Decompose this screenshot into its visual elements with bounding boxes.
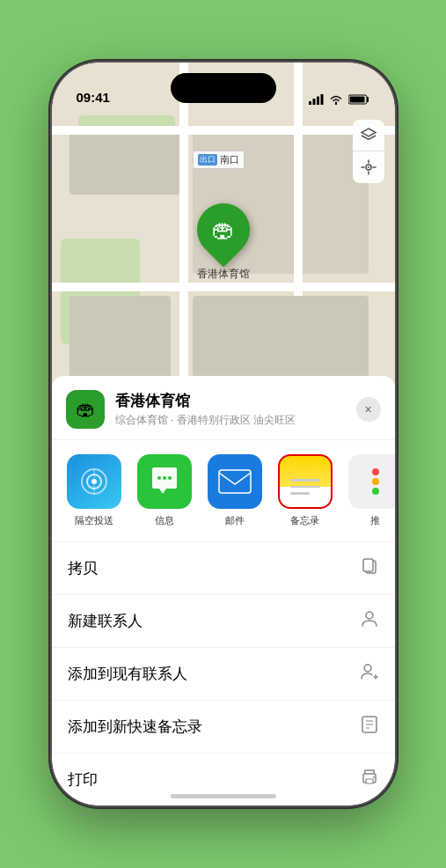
location-info: 香港体育馆 综合体育馆 · 香港特别行政区 油尖旺区 xyxy=(115,391,356,428)
compass-icon xyxy=(361,159,377,175)
more-dot-yellow xyxy=(372,478,379,485)
stadium-pin: 🏟 xyxy=(186,193,260,268)
action-list: 拷贝 新建联系人 xyxy=(52,542,395,805)
map-nankou-label: 出口 南口 xyxy=(193,151,245,169)
svg-point-7 xyxy=(368,166,369,168)
action-add-notes-label: 添加到新快速备忘录 xyxy=(68,717,202,737)
battery-icon xyxy=(348,94,370,105)
wifi-icon xyxy=(329,94,343,105)
share-row: 隔空投送 信息 xyxy=(52,440,395,542)
svg-point-11 xyxy=(157,476,161,480)
map-layer-button[interactable] xyxy=(353,120,384,151)
airdrop-icon xyxy=(67,454,121,509)
share-item-airdrop[interactable]: 隔空投送 xyxy=(62,454,126,527)
share-item-mail[interactable]: 邮件 xyxy=(203,454,267,527)
map-label-tag: 出口 xyxy=(198,154,217,166)
share-item-message[interactable]: 信息 xyxy=(133,454,196,527)
dynamic-island xyxy=(171,73,276,103)
more-dot-green xyxy=(372,488,379,495)
action-item-copy[interactable]: 拷贝 xyxy=(52,542,395,595)
notes-label: 备忘录 xyxy=(290,514,319,527)
more-dot-red xyxy=(372,468,379,475)
action-item-new-contact[interactable]: 新建联系人 xyxy=(52,595,395,648)
svg-rect-14 xyxy=(219,470,251,493)
svg-rect-25 xyxy=(366,779,373,783)
svg-rect-3 xyxy=(320,94,323,105)
airdrop-label: 隔空投送 xyxy=(75,514,113,527)
share-item-more[interactable]: 推 xyxy=(344,454,395,527)
notes-line-3 xyxy=(290,492,310,495)
more-icon xyxy=(348,454,395,509)
action-add-existing-label: 添加到现有联系人 xyxy=(68,664,187,684)
message-icon xyxy=(137,454,192,509)
svg-point-10 xyxy=(91,479,97,484)
location-header: 🏟 香港体育馆 综合体育馆 · 香港特别行政区 油尖旺区 × xyxy=(52,376,395,440)
svg-point-26 xyxy=(373,776,375,778)
phone-frame: 09:41 xyxy=(52,63,395,805)
map-layer-icon xyxy=(360,127,377,144)
action-copy-label: 拷贝 xyxy=(68,558,98,578)
signal-icon xyxy=(309,94,324,105)
map-controls[interactable] xyxy=(353,120,384,183)
stadium-icon: 🏟 xyxy=(212,217,235,244)
svg-point-18 xyxy=(364,665,371,672)
more-dots xyxy=(372,468,379,495)
notes-line-2 xyxy=(290,486,320,489)
svg-rect-16 xyxy=(363,559,373,571)
svg-point-17 xyxy=(366,612,373,619)
notes-lines xyxy=(290,479,320,495)
mail-label: 邮件 xyxy=(225,514,245,527)
close-button[interactable]: × xyxy=(356,397,381,422)
print-icon xyxy=(360,768,379,791)
bottom-sheet: 🏟 香港体育馆 综合体育馆 · 香港特别行政区 油尖旺区 × xyxy=(52,376,395,805)
phone-screen: 09:41 xyxy=(52,63,395,805)
action-new-contact-label: 新建联系人 xyxy=(68,611,143,631)
location-icon: 🏟 xyxy=(66,390,105,429)
location-desc: 综合体育馆 · 香港特别行政区 油尖旺区 xyxy=(115,413,356,428)
status-time: 09:41 xyxy=(77,90,110,105)
action-print-label: 打印 xyxy=(68,769,98,790)
more-label: 推 xyxy=(370,514,380,527)
person-add-icon xyxy=(360,662,379,686)
svg-point-12 xyxy=(163,476,166,480)
action-item-add-notes[interactable]: 添加到新快速备忘录 xyxy=(52,701,395,754)
home-indicator xyxy=(171,794,276,798)
svg-rect-0 xyxy=(309,101,311,105)
mail-icon xyxy=(208,454,262,509)
stadium-marker: 🏟 香港体育馆 xyxy=(197,203,250,282)
note-icon xyxy=(360,715,379,739)
stadium-map-label: 香港体育馆 xyxy=(197,267,250,282)
svg-point-13 xyxy=(168,476,172,480)
location-button[interactable] xyxy=(353,151,384,183)
share-item-notes[interactable]: 备忘录 xyxy=(274,454,337,527)
message-label: 信息 xyxy=(155,514,174,527)
action-item-add-existing[interactable]: 添加到现有联系人 xyxy=(52,648,395,701)
notes-icon xyxy=(278,454,333,509)
svg-rect-2 xyxy=(317,97,319,106)
status-icons xyxy=(309,94,370,105)
notes-line-1 xyxy=(290,479,320,482)
svg-rect-1 xyxy=(312,99,315,105)
copy-icon xyxy=(360,556,379,580)
location-name: 香港体育馆 xyxy=(115,391,356,411)
svg-rect-5 xyxy=(349,97,364,103)
person-icon xyxy=(360,609,379,633)
